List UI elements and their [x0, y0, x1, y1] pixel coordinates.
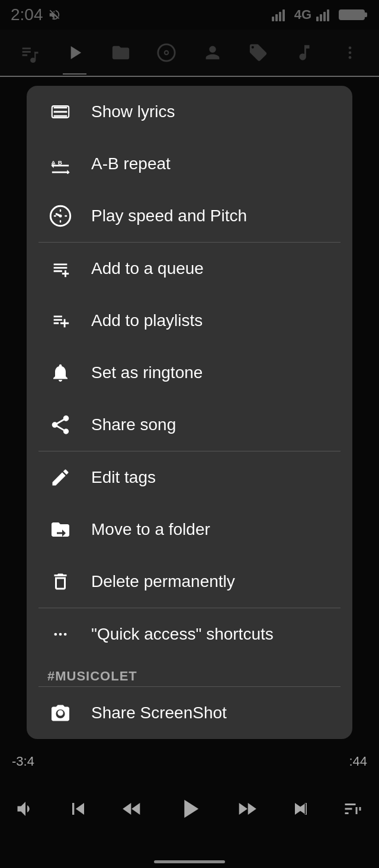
move-folder-label: Move to a folder — [91, 520, 210, 539]
bell-icon — [47, 360, 73, 386]
play-speed-item[interactable]: Play speed and Pitch — [27, 190, 352, 242]
delete-icon — [47, 569, 73, 595]
fast-forward-button[interactable] — [235, 797, 259, 821]
add-playlist-icon — [47, 308, 73, 334]
ab-repeat-icon: A B — [47, 151, 73, 177]
add-playlists-label: Add to playlists — [91, 311, 203, 330]
show-lyrics-label: Show lyrics — [91, 102, 175, 121]
volume-button[interactable] — [15, 798, 36, 819]
camera-icon — [47, 700, 73, 726]
lyrics-icon — [47, 99, 73, 125]
add-playlists-item[interactable]: Add to playlists — [27, 295, 352, 347]
share-icon — [47, 412, 73, 438]
svg-point-24 — [59, 633, 62, 636]
edit-icon — [47, 464, 73, 491]
add-queue-item[interactable]: Add to a queue — [27, 243, 352, 295]
equalizer-button[interactable] — [342, 798, 364, 819]
rewind-button[interactable] — [120, 797, 144, 821]
ab-repeat-label: A-B repeat — [91, 154, 171, 173]
time-left: -3:4 — [12, 754, 34, 769]
time-right: :44 — [349, 754, 367, 769]
move-folder-item[interactable]: Move to a folder — [27, 504, 352, 556]
skip-end-button[interactable] — [289, 797, 313, 821]
play-pause-button[interactable] — [174, 793, 205, 824]
svg-point-23 — [54, 633, 57, 636]
context-menu: Show lyrics A B A-B repeat Play speed an… — [27, 86, 352, 739]
speed-icon — [47, 203, 73, 229]
dots-icon — [47, 621, 73, 647]
share-screenshot-label: Share ScreenShot — [91, 704, 227, 722]
section-label: #MUSICOLET — [27, 660, 352, 686]
svg-point-25 — [64, 633, 67, 636]
home-indicator — [154, 860, 225, 863]
edit-tags-item[interactable]: Edit tags — [27, 451, 352, 504]
edit-tags-label: Edit tags — [91, 468, 156, 487]
quick-access-label: "Quick access" shortcuts — [91, 625, 274, 644]
share-song-item[interactable]: Share song — [27, 399, 352, 451]
ab-repeat-item[interactable]: A B A-B repeat — [27, 138, 352, 190]
svg-point-22 — [59, 215, 62, 218]
progress-area: -3:4 :44 — [0, 747, 379, 776]
show-lyrics-item[interactable]: Show lyrics — [27, 86, 352, 138]
queue-icon — [47, 256, 73, 282]
play-speed-label: Play speed and Pitch — [91, 206, 247, 225]
player-controls — [0, 779, 379, 838]
set-ringtone-label: Set as ringtone — [91, 363, 203, 382]
add-queue-label: Add to a queue — [91, 259, 204, 278]
set-ringtone-item[interactable]: Set as ringtone — [27, 347, 352, 399]
quick-access-item[interactable]: "Quick access" shortcuts — [27, 608, 352, 660]
skip-start-button[interactable] — [66, 797, 90, 821]
share-screenshot-item[interactable]: Share ScreenShot — [27, 687, 352, 739]
share-song-label: Share song — [91, 415, 176, 434]
move-folder-icon — [47, 517, 73, 543]
delete-label: Delete permanently — [91, 572, 235, 591]
delete-item[interactable]: Delete permanently — [27, 556, 352, 608]
